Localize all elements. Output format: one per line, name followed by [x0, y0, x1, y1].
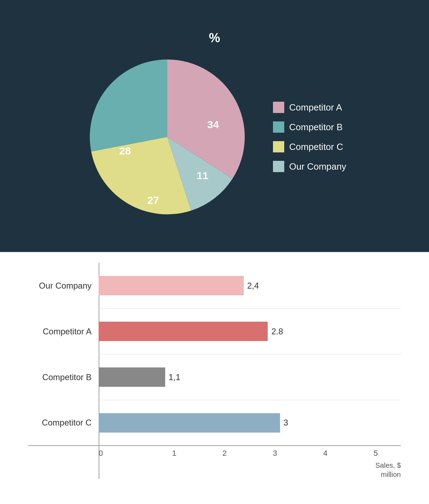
- bar-fill-competitor-b: [99, 367, 165, 387]
- legend-color-our-company: [273, 161, 284, 172]
- legend-label-competitor-b: Competitor B: [289, 122, 343, 133]
- x-tick-label-3: 3: [250, 449, 300, 458]
- x-axis-title-container: Sales, $ million: [28, 461, 401, 479]
- legend-color-competitor-c: [273, 141, 284, 152]
- bar-fill-competitor-a: [99, 322, 268, 341]
- bar-value-competitor-c: 3: [284, 418, 288, 428]
- bar-fill-competitor-c: [99, 413, 280, 433]
- legend-color-competitor-b: [273, 121, 284, 133]
- bar-chart-section: Our Company 2,4 Competitor A 2.8 Competi…: [0, 252, 429, 504]
- x-tick-label-0: 0: [99, 449, 149, 458]
- pie-chart: 34 11 27 28: [83, 52, 252, 221]
- pie-label-competitor-a: 34: [207, 119, 219, 130]
- legend-item-competitor-b: Competitor B: [273, 121, 346, 133]
- bar-fill-our-company: [99, 276, 244, 295]
- pie-chart-title: %: [209, 31, 220, 45]
- legend-item-competitor-a: Competitor A: [273, 102, 346, 113]
- bar-value-competitor-a: 2.8: [271, 327, 283, 336]
- x-tick-label-2: 2: [199, 449, 250, 458]
- bar-area-our-company: 2,4: [99, 263, 401, 309]
- bar-value-our-company: 2,4: [247, 281, 259, 291]
- bar-chart-wrapper: Our Company 2,4 Competitor A 2.8 Competi…: [28, 266, 401, 476]
- x-tick-label-1: 1: [149, 449, 199, 458]
- bar-area-competitor-b: 1,1: [99, 354, 401, 400]
- x-axis-labels: 0 0 1 2 3 4 5: [99, 449, 401, 458]
- bar-label-our-company: Our Company: [28, 281, 99, 291]
- pie-segment-competitor-b: [90, 59, 167, 152]
- pie-chart-section: %: [0, 0, 429, 252]
- bar-row-our-company: Our Company 2,4: [28, 263, 401, 309]
- bar-label-competitor-b: Competitor B: [28, 372, 99, 382]
- x-tick-label-5: 5: [350, 449, 401, 458]
- x-axis-title: Sales, $ million: [375, 461, 401, 479]
- bar-label-competitor-c: Competitor C: [28, 418, 99, 428]
- bar-row-competitor-b: Competitor B 1,1: [28, 354, 401, 400]
- pie-label-competitor-c: 27: [147, 194, 159, 206]
- bar-value-competitor-b: 1,1: [169, 372, 180, 382]
- legend-label-competitor-c: Competitor C: [289, 141, 343, 152]
- bar-label-competitor-a: Competitor A: [28, 327, 99, 336]
- pie-legend: Competitor A Competitor B Competitor C O…: [273, 102, 346, 172]
- bar-area-competitor-c: 3: [99, 400, 401, 445]
- pie-chart-container: 34 11 27 28 Competitor A: [83, 52, 346, 221]
- pie-label-competitor-b: 28: [119, 145, 131, 157]
- bar-row-competitor-c: Competitor C 3: [28, 400, 401, 446]
- pie-label-our-company: 11: [197, 170, 208, 181]
- x-tick-label-4: 4: [300, 449, 350, 458]
- legend-label-competitor-a: Competitor A: [289, 102, 342, 113]
- legend-label-our-company: Our Company: [289, 161, 346, 172]
- bar-row-competitor-a: Competitor A 2.8: [28, 309, 401, 354]
- legend-item-our-company: Our Company: [273, 161, 346, 172]
- legend-item-competitor-c: Competitor C: [273, 141, 346, 152]
- bar-area-competitor-a: 2.8: [99, 309, 401, 354]
- legend-color-competitor-a: [273, 102, 284, 113]
